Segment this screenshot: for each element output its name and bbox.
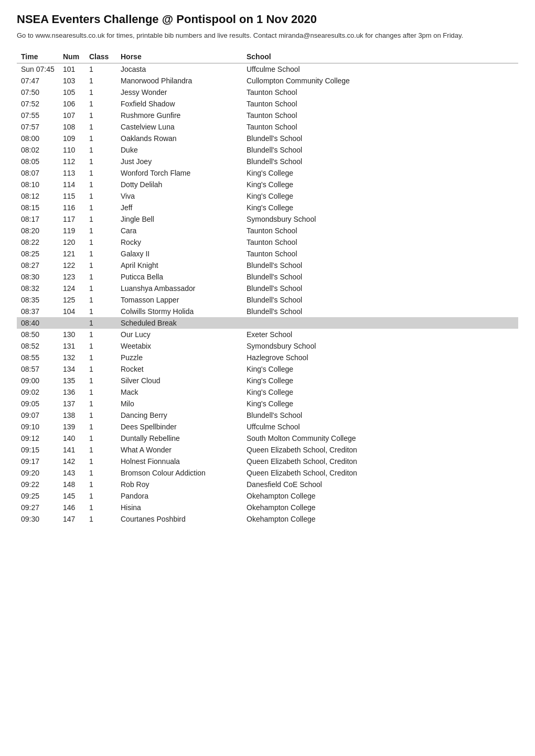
table-row: 09:221481Rob RoyDanesfield CoE School bbox=[17, 479, 518, 490]
cell-school: King's College bbox=[242, 167, 518, 179]
cell-horse: Rushmore Gunfire bbox=[116, 110, 242, 121]
cell-num: 137 bbox=[59, 398, 85, 409]
table-row: 09:251451PandoraOkehampton College bbox=[17, 490, 518, 502]
cell-class: 1 bbox=[85, 167, 116, 179]
cell-horse: Luanshya Ambassador bbox=[116, 283, 242, 294]
cell-num: 131 bbox=[59, 340, 85, 352]
table-row: 08:171171Jingle BellSymondsbury School bbox=[17, 213, 518, 225]
cell-class: 1 bbox=[85, 294, 116, 306]
cell-school: Blundell's School bbox=[242, 260, 518, 271]
cell-horse: Mack bbox=[116, 386, 242, 398]
table-row: 08:501301Our LucyExeter School bbox=[17, 329, 518, 340]
cell-num: 113 bbox=[59, 167, 85, 179]
cell-class: 1 bbox=[85, 236, 116, 248]
table-row: 09:271461HisinaOkehampton College bbox=[17, 502, 518, 513]
table-row: 09:051371MiloKing's College bbox=[17, 398, 518, 409]
cell-class: 1 bbox=[85, 179, 116, 190]
cell-class: 1 bbox=[85, 398, 116, 409]
cell-school: Blundell's School bbox=[242, 271, 518, 283]
cell-horse: Duke bbox=[116, 144, 242, 156]
cell-horse: Manorwood Philandra bbox=[116, 75, 242, 87]
cell-horse: Milo bbox=[116, 398, 242, 409]
cell-time: 07:55 bbox=[17, 110, 59, 121]
cell-horse: Weetabix bbox=[116, 340, 242, 352]
cell-horse: Castelview Luna bbox=[116, 121, 242, 133]
cell-school: Symondsbury School bbox=[242, 340, 518, 352]
table-row: 09:301471Courtanes PoshbirdOkehampton Co… bbox=[17, 513, 518, 525]
table-row: 09:001351Silver CloudKing's College bbox=[17, 375, 518, 386]
cell-time: 07:47 bbox=[17, 75, 59, 87]
cell-horse: Puzzle bbox=[116, 352, 242, 363]
cell-horse: Jeff bbox=[116, 202, 242, 213]
cell-school: Taunton School bbox=[242, 110, 518, 121]
cell-school: Taunton School bbox=[242, 121, 518, 133]
cell-time: 08:57 bbox=[17, 363, 59, 375]
cell-school: Taunton School bbox=[242, 236, 518, 248]
cell-class: 1 bbox=[85, 375, 116, 386]
cell-num: 143 bbox=[59, 467, 85, 479]
cell-time: 08:12 bbox=[17, 190, 59, 202]
cell-num: 139 bbox=[59, 421, 85, 433]
cell-class: 1 bbox=[85, 63, 116, 75]
cell-school bbox=[242, 317, 518, 329]
cell-class: 1 bbox=[85, 306, 116, 317]
cell-time: 09:27 bbox=[17, 502, 59, 513]
cell-num: 116 bbox=[59, 202, 85, 213]
cell-num: 119 bbox=[59, 225, 85, 236]
cell-horse: Tomasson Lapper bbox=[116, 294, 242, 306]
cell-num: 104 bbox=[59, 306, 85, 317]
table-row: 08:251211Galaxy IITaunton School bbox=[17, 248, 518, 260]
cell-horse: Puticca Bella bbox=[116, 271, 242, 283]
cell-time: 09:30 bbox=[17, 513, 59, 525]
header-school: School bbox=[242, 50, 518, 63]
cell-horse: Wonford Torch Flame bbox=[116, 167, 242, 179]
cell-class: 1 bbox=[85, 329, 116, 340]
cell-school: Okehampton College bbox=[242, 502, 518, 513]
cell-class: 1 bbox=[85, 225, 116, 236]
cell-school: Queen Elizabeth School, Crediton bbox=[242, 467, 518, 479]
cell-class: 1 bbox=[85, 456, 116, 467]
cell-time: 09:12 bbox=[17, 433, 59, 444]
table-row: 08:201191CaraTaunton School bbox=[17, 225, 518, 236]
cell-school: King's College bbox=[242, 179, 518, 190]
cell-num: 142 bbox=[59, 456, 85, 467]
table-row: 08:521311WeetabixSymondsbury School bbox=[17, 340, 518, 352]
cell-num: 108 bbox=[59, 121, 85, 133]
cell-horse: Hisina bbox=[116, 502, 242, 513]
cell-school: South Molton Community College bbox=[242, 433, 518, 444]
cell-class: 1 bbox=[85, 467, 116, 479]
cell-school: Taunton School bbox=[242, 225, 518, 236]
cell-school: Uffculme School bbox=[242, 63, 518, 75]
cell-class: 1 bbox=[85, 98, 116, 110]
cell-time: 08:25 bbox=[17, 248, 59, 260]
cell-num: 135 bbox=[59, 375, 85, 386]
cell-num: 138 bbox=[59, 409, 85, 421]
cell-class: 1 bbox=[85, 248, 116, 260]
cell-school: Blundell's School bbox=[242, 144, 518, 156]
cell-school: Queen Elizabeth School, Crediton bbox=[242, 456, 518, 467]
cell-school: Blundell's School bbox=[242, 133, 518, 144]
header-num: Num bbox=[59, 50, 85, 63]
cell-school: Okehampton College bbox=[242, 490, 518, 502]
cell-class: 1 bbox=[85, 87, 116, 98]
cell-class: 1 bbox=[85, 317, 116, 329]
table-row: 08:551321PuzzleHazlegrove School bbox=[17, 352, 518, 363]
cell-horse: Rob Roy bbox=[116, 479, 242, 490]
cell-class: 1 bbox=[85, 156, 116, 167]
cell-class: 1 bbox=[85, 386, 116, 398]
cell-num: 130 bbox=[59, 329, 85, 340]
cell-horse: Jessy Wonder bbox=[116, 87, 242, 98]
cell-num: 106 bbox=[59, 98, 85, 110]
cell-num: 132 bbox=[59, 352, 85, 363]
cell-horse: Rocky bbox=[116, 236, 242, 248]
table-row: 09:151411What A WonderQueen Elizabeth Sc… bbox=[17, 444, 518, 456]
cell-time: 09:17 bbox=[17, 456, 59, 467]
table-row: 07:471031Manorwood PhilandraCullompton C… bbox=[17, 75, 518, 87]
cell-time: 09:25 bbox=[17, 490, 59, 502]
cell-num: 148 bbox=[59, 479, 85, 490]
cell-school: Hazlegrove School bbox=[242, 352, 518, 363]
cell-num: 114 bbox=[59, 179, 85, 190]
cell-num: 117 bbox=[59, 213, 85, 225]
cell-class: 1 bbox=[85, 421, 116, 433]
cell-num: 145 bbox=[59, 490, 85, 502]
